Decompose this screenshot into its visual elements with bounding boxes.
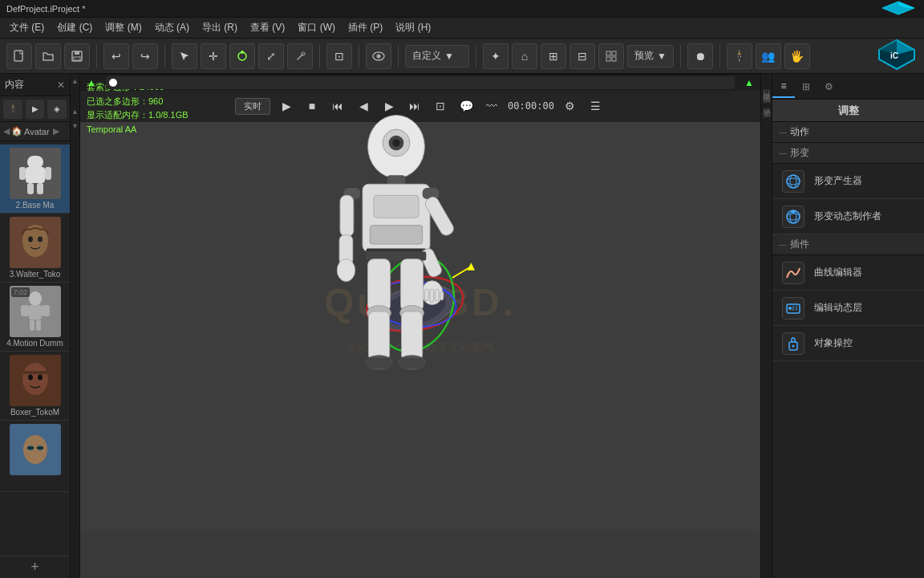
item-thumbnail [10,217,61,268]
morph-generator-button[interactable]: 形变产生器 [772,164,924,199]
light-button[interactable]: ✦ [483,43,509,69]
tab-person[interactable]: 🕴 [3,100,22,119]
menu-item-查看[interactable]: 查看 (V) [244,19,291,36]
preview-button[interactable]: 预览 ▼ [627,45,674,67]
svg-point-35 [28,375,33,381]
play-button[interactable]: ▶ [277,96,296,116]
panel-close-icon[interactable]: ✕ [57,79,65,91]
menu-item-创建[interactable]: 创建 (C) [51,19,99,36]
realtime-button[interactable]: 实时 [235,98,270,115]
svg-text:iC: iC [890,51,898,60]
transform-section-header: — 形变 [772,143,924,164]
list-item[interactable]: 2.Base Ma [0,144,70,214]
item-label: 4.Motion Dumm [6,339,64,348]
actor-button[interactable]: 🕴 [727,43,752,69]
menu-item-调整[interactable]: 调整 (M) [99,19,148,36]
logo-3d: iC [876,37,918,75]
list-item[interactable]: Boxer_TokoM [0,352,70,421]
object-control-button[interactable]: 对象操控 [772,326,924,361]
hand-button[interactable]: 🖐 [784,43,810,69]
curve-editor-button[interactable]: 曲线编辑器 [772,255,924,291]
rtab-adjust[interactable]: ≡ [772,75,795,98]
redo-button[interactable]: ↪ [132,43,158,69]
frame-button[interactable]: ⊟ [569,43,595,69]
item-label [6,477,64,488]
rtab-grid[interactable]: ⊞ [795,75,817,98]
rtab-settings[interactable]: ⚙ [817,75,840,98]
scale-button[interactable]: ⤢ [258,43,284,69]
right-panel: ≡ ⊞ ⚙ 调整 — 动作 — 形变 形变产生器 [772,74,924,578]
custom-dropdown[interactable]: 自定义 ▼ [405,45,469,67]
toolbar: ↩ ↪ ✛ ⤢ ⊡ 自定义 ▼ ✦ ⌂ ⊞ ⊟ 预览 ▼ ⏺ 🕴 👥 🖐 [0,39,924,74]
svg-rect-71 [401,259,424,311]
home-button[interactable]: ⌂ [512,43,537,69]
morph-animator-button[interactable]: 形变动态制作者 [772,199,924,234]
list-item[interactable]: 3.Walter_Toko [0,214,70,283]
svg-rect-48 [370,226,422,244]
svg-rect-30 [21,305,29,316]
transform-label: 形变 [790,146,809,160]
sep1 [96,45,97,67]
fit-button[interactable]: ⊞ [541,43,566,69]
list-item[interactable] [0,421,70,492]
menubar: 文件 (E)创建 (C)调整 (M)动态 (A)导出 (R)查看 (V)窗口 (… [0,18,924,39]
new-button[interactable] [6,43,32,69]
morph-animator-icon [782,206,804,228]
breadcrumb-forward-icon[interactable]: ▶ [53,126,59,136]
group-button[interactable]: 👥 [756,43,781,69]
edit-animation-button[interactable]: 编辑动态层 [772,291,924,326]
tab-props[interactable]: ◈ [47,100,67,119]
move-button[interactable]: ✛ [201,43,226,69]
menu-item-导出[interactable]: 导出 (R) [196,19,244,36]
timeline-playhead[interactable] [109,79,117,87]
list-item[interactable]: 7:02 4.Motion Dumm [0,283,70,352]
svg-rect-14 [612,57,616,61]
paint-button[interactable] [287,43,313,69]
record-button[interactable]: ⏺ [687,43,713,69]
undo-button[interactable]: ↩ [103,43,129,69]
menu-item-动态[interactable]: 动态 (A) [148,19,196,36]
svg-line-78 [452,267,471,278]
eye-button[interactable] [366,43,391,69]
menu-item-窗口[interactable]: 窗口 (W) [291,19,342,36]
svg-point-82 [787,178,800,185]
sep2 [164,45,165,67]
sep7 [680,45,681,67]
svg-point-8 [302,52,305,55]
adjust-section-label: 调整 [772,100,924,122]
edit-animation-icon [782,297,804,320]
tab-motion[interactable]: ▶ [26,100,45,119]
menu-item-文件[interactable]: 文件 (E) [3,19,51,36]
crop-button[interactable]: ⊡ [326,43,352,69]
timeline-settings-button[interactable]: ⚙ [561,96,580,116]
svg-rect-53 [340,195,354,236]
timeline-list-button[interactable]: ☰ [586,96,606,116]
rotate-button[interactable] [229,43,255,69]
plugins-section-header: — 插件 [772,234,924,255]
breadcrumb-back-icon[interactable]: ◀ [3,126,10,136]
svg-point-92 [792,344,795,347]
svg-rect-68 [368,259,391,311]
svg-rect-63 [424,289,428,301]
open-button[interactable] [35,43,61,69]
right-panel-tabs: ≡ ⊞ ⚙ [772,74,924,100]
menu-item-插件[interactable]: 插件 (P) [342,19,389,36]
grid-button[interactable] [598,43,624,69]
left-strip: ▲ ▲ ▼ [71,74,80,578]
breadcrumb-home-icon: 🏠 [11,126,22,136]
save-button[interactable] [64,43,90,69]
svg-point-10 [377,54,381,58]
svg-rect-12 [612,51,616,55]
menu-item-说明[interactable]: 说明 (H) [389,19,437,36]
title-text: DefProject.iProject * [6,4,85,14]
select-button[interactable] [172,43,197,69]
add-button[interactable]: + [0,556,70,578]
svg-rect-37 [22,371,48,374]
svg-rect-11 [606,51,610,55]
strip-expand-icon[interactable]: ▲ [71,77,79,85]
strip-label-down: ▼ [71,122,79,130]
svg-point-28 [29,291,42,306]
timeline-track[interactable] [106,76,735,89]
sep3 [319,45,320,67]
svg-rect-20 [26,167,45,183]
